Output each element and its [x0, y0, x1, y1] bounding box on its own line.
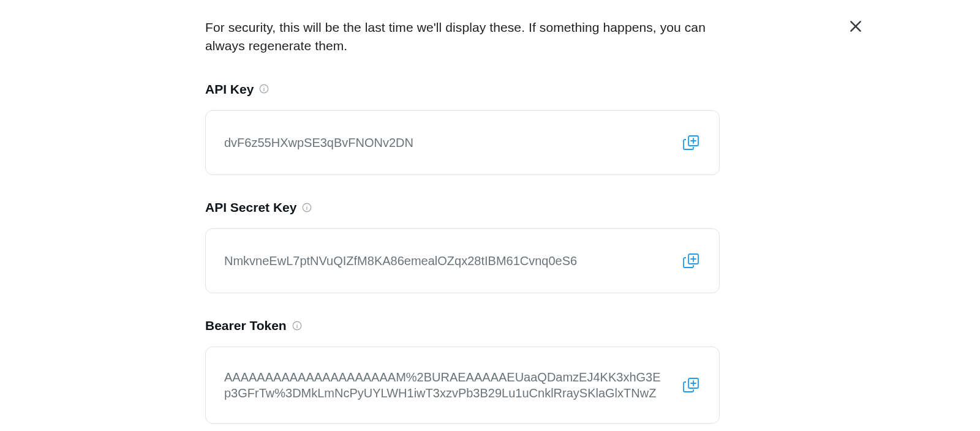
api-secret-key-box: NmkvneEwL7ptNVuQIZfM8KA86emealOZqx28tIBM…	[205, 228, 720, 293]
api-key-box: dvF6z55HXwpSE3qBvFNONv2DN	[205, 110, 720, 175]
close-icon	[848, 18, 864, 34]
api-secret-key-label: API Secret Key	[205, 200, 296, 215]
bearer-token-value: AAAAAAAAAAAAAAAAAAAAAM%2BURAEAAAAAEUaaQD…	[224, 369, 663, 401]
field-api-secret-key: API Secret Key NmkvneEwL7ptNVuQIZfM8KA86…	[205, 200, 720, 293]
copy-bearer-token-button[interactable]	[681, 375, 701, 395]
api-key-label: API Key	[205, 81, 254, 97]
bearer-token-box: AAAAAAAAAAAAAAAAAAAAAM%2BURAEAAAAAEUaaQD…	[205, 347, 720, 424]
api-secret-key-value: NmkvneEwL7ptNVuQIZfM8KA86emealOZqx28tIBM…	[224, 253, 663, 269]
svg-point-9	[307, 205, 307, 206]
api-key-value: dvF6z55HXwpSE3qBvFNONv2DN	[224, 135, 663, 151]
svg-point-15	[296, 323, 297, 324]
content-area: For security, this will be the last time…	[205, 18, 720, 431]
intro-text: For security, this will be the last time…	[205, 18, 720, 56]
copy-icon	[681, 375, 701, 395]
copy-api-key-button[interactable]	[681, 133, 701, 152]
copy-icon	[681, 133, 701, 152]
info-icon[interactable]	[292, 320, 303, 331]
close-button[interactable]	[848, 18, 864, 34]
bearer-token-label: Bearer Token	[205, 318, 287, 333]
credentials-panel: For security, this will be the last time…	[0, 0, 980, 431]
field-label-row: API Key	[205, 81, 720, 97]
field-label-row: API Secret Key	[205, 200, 720, 215]
info-icon[interactable]	[258, 83, 270, 94]
svg-point-3	[264, 87, 265, 88]
info-icon[interactable]	[301, 202, 312, 213]
field-bearer-token: Bearer Token AAAAAAAAAAAAAAAAAAAAAM%2BUR…	[205, 318, 720, 424]
field-api-key: API Key dvF6z55HXwpSE3qBvFNONv2DN	[205, 81, 720, 175]
copy-icon	[681, 251, 701, 271]
field-label-row: Bearer Token	[205, 318, 720, 333]
copy-api-secret-key-button[interactable]	[681, 251, 701, 271]
